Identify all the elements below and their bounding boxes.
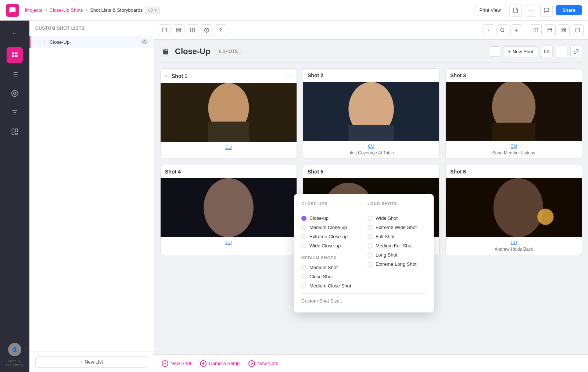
user-avatar[interactable]: 👤 [8, 343, 21, 356]
radio-extreme-long-shot [368, 262, 373, 267]
section-title: Close-Up [175, 47, 211, 56]
zoom-fit-button[interactable] [496, 24, 508, 36]
svg-point-45 [215, 87, 242, 115]
panel-sidebar: CUSTOM SHOT LISTS ⋮⋮ Close-Up 6 + New Li… [29, 21, 154, 372]
split-view-button[interactable] [187, 24, 198, 36]
panel-header: CUSTOM SHOT LISTS [29, 21, 154, 36]
svg-rect-21 [177, 31, 178, 32]
shot-list-name: Close-Up [50, 39, 138, 45]
top-bar-right: Print View ··· Share [474, 4, 582, 17]
print-view-button[interactable]: Print View [474, 5, 506, 15]
radio-wide-shot [368, 216, 373, 221]
shot-3-desc: Band Member Listens [450, 150, 577, 155]
dropdown-item-medium-full-shot[interactable]: Medium Full Shot [368, 241, 426, 250]
back-icon[interactable]: ← [7, 25, 23, 41]
shot-4-type[interactable]: CU [165, 240, 292, 245]
shot-1-type[interactable]: CU [165, 145, 292, 150]
view-mode-1-button[interactable] [530, 24, 542, 36]
single-view-button[interactable] [159, 24, 171, 36]
camera-icon-button[interactable] [541, 46, 553, 57]
breadcrumb-close-up-shots[interactable]: Close-Up Shots [50, 7, 83, 13]
comment-icon-button[interactable] [540, 4, 553, 17]
help-button[interactable]: ? [215, 24, 226, 36]
content-area: ? - + [154, 21, 588, 372]
shot-3-type[interactable]: CU [450, 144, 577, 149]
shot-2-title: Shot 2 [308, 72, 323, 78]
sidebar-filter-icon[interactable] [7, 104, 23, 121]
view-mode-3-button[interactable] [558, 24, 570, 36]
shot-5-header: Shot 5 [303, 165, 439, 178]
share-button[interactable]: Share [556, 5, 582, 15]
zoom-out-button[interactable]: - [483, 24, 494, 36]
shot-1-more-icon[interactable]: ⋯ [286, 72, 292, 79]
sidebar-effects-icon[interactable] [7, 85, 23, 101]
dropdown-item-extreme-close-up[interactable]: Extreme Close-up [301, 232, 360, 241]
dropdown-item-medium-close-shot[interactable]: Medium Close Shot [301, 281, 360, 290]
svg-rect-28 [534, 28, 538, 32]
svg-rect-19 [177, 28, 178, 29]
svg-rect-3 [15, 55, 18, 57]
shot-4-title: Shot 4 [165, 169, 181, 175]
svg-rect-44 [208, 122, 249, 142]
radio-wide-close-up [301, 243, 306, 248]
version-badge[interactable]: v0 ▾ [145, 7, 160, 14]
bottom-new-note-button[interactable]: + New Note [248, 360, 278, 367]
svg-rect-53 [492, 123, 535, 141]
more-options-icon-button[interactable]: ··· [525, 4, 537, 17]
sidebar-list-icon[interactable] [7, 66, 23, 82]
made-by-label: Made By Leanometry [6, 359, 24, 368]
zoom-in-button[interactable]: + [510, 24, 522, 36]
shot-3-header: Shot 3 [446, 69, 582, 82]
settings-button[interactable] [201, 24, 212, 36]
camera-setup-plus-icon: + [200, 360, 207, 367]
shot-list-item-close-up[interactable]: ⋮⋮ Close-Up 6 [29, 36, 154, 48]
radio-medium-shot [301, 265, 306, 270]
new-list-button[interactable]: + New List [35, 356, 148, 368]
svg-rect-41 [169, 75, 170, 77]
sidebar-layout-icon[interactable] [7, 124, 23, 140]
section-icon: 🎬 [160, 46, 171, 57]
dropdown-item-medium-close-up[interactable]: Medium Close-up [301, 223, 360, 232]
shot-card-6: Shot 6 CU [445, 165, 582, 255]
layout-icon-button[interactable]: — [556, 46, 567, 57]
bottom-camera-setup-button[interactable]: + Camera Setup [200, 360, 240, 367]
svg-point-10 [12, 90, 18, 97]
radio-close-up [301, 216, 306, 221]
shot-3-footer: CU Band Member Listens [446, 141, 582, 158]
shot-5-title: Shot 5 [308, 169, 323, 175]
sidebar-storyboard-icon[interactable] [7, 47, 23, 63]
breadcrumb-projects[interactable]: Projects [25, 7, 42, 13]
section-actions: + New Shot — [490, 46, 582, 57]
grid-view-button[interactable] [173, 24, 184, 36]
svg-line-27 [503, 31, 505, 32]
view-mode-2-button[interactable] [544, 24, 556, 36]
dropdown-item-long-shot[interactable]: Long Shot [368, 250, 426, 260]
dropdown-item-close-shot[interactable]: Close Shot [301, 272, 360, 281]
shot-list-count: 6 [141, 39, 148, 44]
dropdown-item-extreme-wide-shot[interactable]: Extreme Wide Shot [368, 223, 426, 232]
dropdown-item-wide-close-up[interactable]: Wide Close-up [301, 241, 360, 250]
dropdown-item-extreme-long-shot[interactable]: Extreme Long Shot [368, 260, 426, 269]
dropdown-long-shots-col: LONG SHOTS Wide Shot Extreme Wide Shot [360, 201, 426, 290]
new-shot-button[interactable]: + New Shot [503, 46, 538, 57]
main-area: ← 👤 Made By Leanometry [0, 21, 588, 372]
dropdown-item-medium-shot[interactable]: Medium Shot [301, 263, 360, 272]
link-icon-button[interactable] [570, 46, 582, 57]
view-mode-4-button[interactable] [572, 24, 584, 36]
dropdown-item-wide-shot[interactable]: Wide Shot [368, 214, 426, 223]
bottom-new-shot-button[interactable]: + New Shot [162, 360, 191, 367]
dropdown-item-close-up[interactable]: Close-up [301, 214, 360, 223]
shot-6-type[interactable]: CU [450, 240, 577, 245]
checkbox-select-all[interactable] [490, 46, 500, 57]
radio-extreme-close-up [301, 234, 306, 239]
shot-2-type[interactable]: CU [308, 144, 435, 149]
svg-rect-0 [12, 53, 15, 54]
export-icon-button[interactable] [509, 4, 522, 17]
svg-point-63 [537, 208, 553, 225]
custom-shot-size-input[interactable] [301, 293, 426, 305]
dropdown-item-full-shot[interactable]: Full Shot [368, 232, 426, 241]
radio-close-shot [301, 274, 306, 279]
sidebar-bottom: 👤 Made By Leanometry [6, 343, 24, 368]
svg-rect-38 [166, 75, 166, 77]
shot-card-2: Shot 2 CU [303, 68, 440, 159]
